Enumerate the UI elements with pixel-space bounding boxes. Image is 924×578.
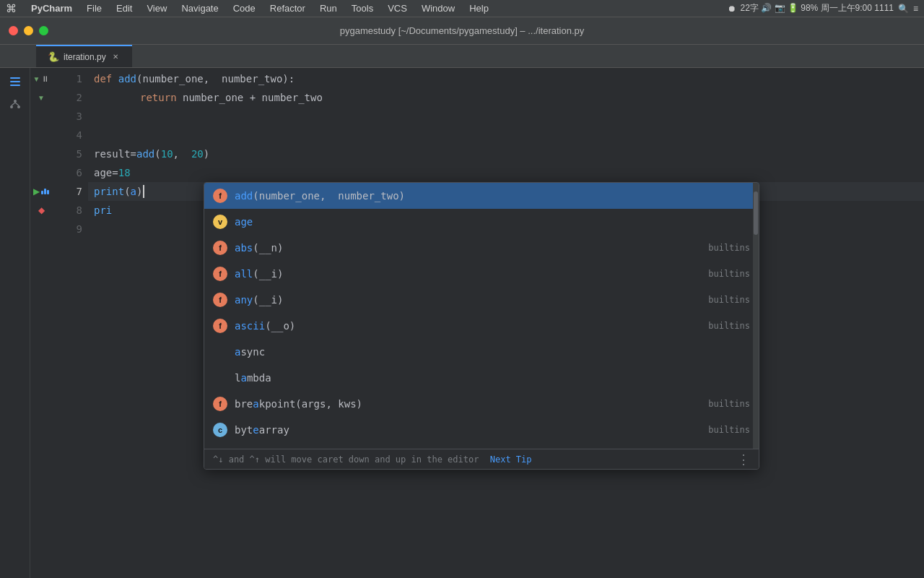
param-number-two: number_two [222, 69, 282, 88]
ac-badge-f-breakpoint: f [213, 397, 227, 411]
ac-item-async[interactable]: async [204, 339, 759, 365]
apple-menu[interactable]: ⌘ [6, 2, 17, 15]
ac-item-add[interactable]: f add(number_one, number_two) [204, 183, 759, 209]
gutter-line-8: ◆ [30, 201, 52, 220]
ac-badge-v-age: v [213, 215, 227, 229]
svg-point-4 [10, 105, 13, 108]
gutter-line-1[interactable]: ▼ ⏸ [30, 69, 52, 88]
ac-item-bytearray[interactable]: c bytearray builtins [204, 417, 759, 443]
menu-run[interactable]: Run [314, 0, 343, 17]
ac-item-abs[interactable]: f abs(__n) builtins [204, 235, 759, 261]
svg-line-7 [15, 103, 19, 105]
gutter-line-9 [30, 220, 52, 238]
menu-window[interactable]: Window [416, 0, 461, 17]
ac-rest-add: (number_one, number_two) [253, 190, 405, 202]
svg-rect-2 [10, 85, 20, 86]
byte-rest: array [259, 424, 289, 436]
code-line-4 [88, 126, 924, 144]
ac-rest-abs: (__n) [253, 242, 283, 254]
ac-item-breakpoint[interactable]: f breakpoint(args, kws) builtins [204, 391, 759, 417]
code-line-5: result = add ( 10 , 20 ) [88, 144, 924, 163]
svg-rect-0 [10, 77, 20, 79]
code-area[interactable]: ▼ ⏸ ▼ ▶ [30, 68, 924, 578]
window-title: pygamestudy [~/Documents/pygamestudy] – … [340, 25, 585, 36]
ac-rest-async: sync [240, 346, 265, 358]
arg-10: 10 [161, 144, 173, 163]
window-controls[interactable] [9, 26, 48, 35]
ac-right-any: builtins [708, 290, 750, 309]
menu-refactor[interactable]: Refactor [264, 0, 311, 17]
return-expr: number_one + number_two [183, 88, 323, 107]
gutter-line-5 [30, 144, 52, 163]
ac-text-lambda: lambda [235, 368, 750, 387]
ac-badge-f-ascii: f [213, 319, 227, 333]
call-add: add [136, 144, 154, 163]
ac-badge-lambda [213, 371, 227, 385]
menu-vcs[interactable]: VCS [382, 0, 413, 17]
ac-rest-ascii: (__o) [265, 320, 295, 332]
ac-item-age[interactable]: v age [204, 209, 759, 235]
menu-help[interactable]: Help [463, 0, 494, 17]
svg-point-5 [17, 105, 20, 108]
ac-badge-f-all: f [213, 267, 227, 281]
record-btn: ⏺ [728, 4, 736, 14]
print-arg-a: a [131, 182, 136, 201]
gutter-line-4 [30, 126, 52, 144]
match-a-age: age [235, 216, 253, 228]
list-icon[interactable]: ≡ [913, 4, 918, 14]
var-age: age [94, 163, 112, 182]
print-paren-close: ) [136, 182, 142, 201]
more-options-button[interactable]: ⋮ [737, 453, 750, 466]
tab-close-button[interactable]: ✕ [110, 52, 121, 62]
ac-item-lambda[interactable]: lambda [204, 365, 759, 391]
keyword-return: return [140, 88, 177, 107]
menu-tools[interactable]: Tools [346, 0, 379, 17]
match-a-bytearray: e [253, 424, 258, 436]
age-equals: = [112, 163, 118, 182]
editor-container: ▼ ⏸ ▼ ▶ [0, 68, 924, 578]
gutter-line-6 [30, 163, 52, 182]
ac-item-all[interactable]: f all(__i) builtins [204, 261, 759, 287]
ac-item-ascii[interactable]: f ascii(__o) builtins [204, 313, 759, 339]
code-line-1: def add ( number_one , number_two ): [88, 69, 924, 88]
paren-close-colon: ): [282, 69, 295, 88]
arg-20: 20 [191, 144, 204, 163]
code-line-2: return number_one + number_two [88, 88, 924, 107]
structure-icon[interactable] [2, 94, 28, 116]
ac-badge-f-abs: f [213, 241, 227, 255]
menu-edit[interactable]: Edit [110, 0, 138, 17]
minimize-button[interactable] [24, 26, 33, 35]
close-button[interactable] [9, 26, 18, 35]
ac-text-all: all(__i) [235, 264, 701, 283]
gutter-line-7[interactable]: ▶ [30, 182, 52, 201]
equals-sign: = [131, 144, 136, 163]
svg-rect-1 [10, 81, 20, 82]
menu-view[interactable]: View [141, 0, 173, 17]
menu-code[interactable]: Code [227, 0, 261, 17]
tab-label: iteration.py [64, 52, 106, 62]
menu-navigate[interactable]: Navigate [175, 0, 224, 17]
param-number-one: number_one [142, 69, 203, 88]
maximize-button[interactable] [39, 26, 48, 35]
menu-pycharm[interactable]: PyCharm [25, 0, 78, 17]
svg-point-3 [14, 100, 17, 103]
print-paren-open: ( [124, 182, 130, 201]
autocomplete-dropdown: f add(number_one, number_two) v age f [204, 182, 759, 470]
menu-file[interactable]: File [81, 0, 108, 17]
ac-text-abs: abs(__n) [235, 238, 701, 257]
code-editor[interactable]: def add ( number_one , number_two ): ret… [88, 68, 924, 578]
builtin-print: print [94, 182, 124, 201]
ac-badge-f-add: f [213, 189, 227, 203]
match-a-abs: abs [235, 242, 253, 254]
ac-text-async: async [235, 342, 750, 361]
code-line-6: age = 18 [88, 163, 924, 182]
project-tree-icon[interactable] [2, 71, 28, 92]
ac-item-any[interactable]: f any(__i) builtins [204, 287, 759, 313]
tab-iteration-py[interactable]: 🐍 iteration.py ✕ [36, 45, 132, 67]
ac-text-breakpoint: breakpoint(args, kws) [235, 394, 701, 413]
search-icon[interactable]: 🔍 [898, 4, 909, 14]
gutter-line-2[interactable]: ▼ [30, 88, 52, 107]
next-tip-link[interactable]: Next Tip [490, 450, 532, 469]
ac-scrollbar[interactable] [753, 183, 759, 449]
comma: , [204, 69, 222, 88]
